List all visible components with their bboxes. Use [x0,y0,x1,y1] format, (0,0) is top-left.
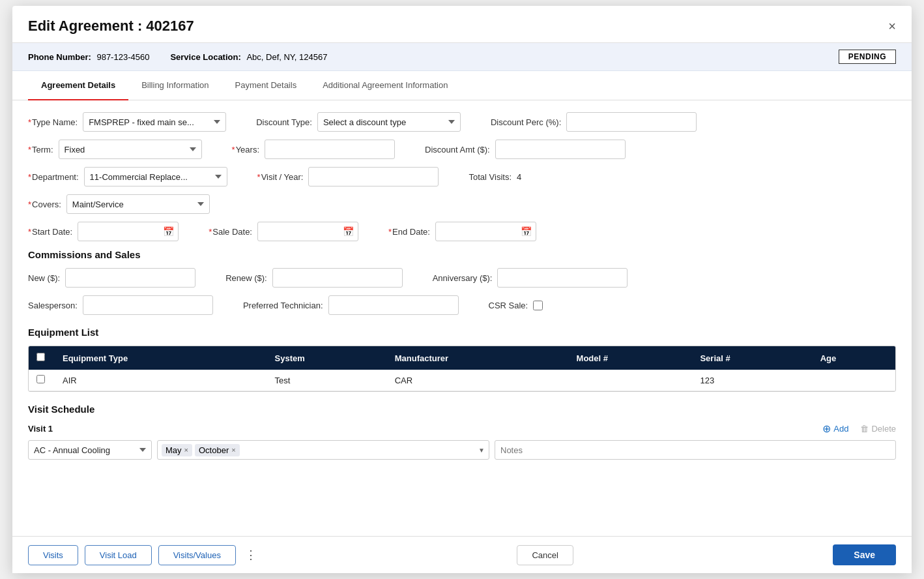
visit-schedule-section: Visit Schedule Visit 1 ⊕ Add 🗑 Delete AC… [28,404,896,460]
sale-date-input[interactable]: 12/04/2024 [257,222,358,241]
salesperson-input[interactable] [83,295,213,315]
renew-group: Renew ($): 0.000 [225,268,403,288]
csr-sale-checkbox[interactable] [533,301,543,310]
visit-type-select[interactable]: AC - Annual Cooling [28,440,152,460]
equipment-list-section: Equipment List Equipment Type System Man… [28,327,896,392]
covers-group: *Covers: Maint/Service [28,194,210,214]
end-date-input[interactable]: 12/03/2026 [435,222,536,241]
renew-input[interactable]: 0.000 [272,268,403,288]
form-row-5: *Start Date: 12/04/2024 📅 *Sale Date: 12… [28,222,896,241]
months-dropdown-icon: ▼ [478,447,485,454]
end-date-wrap: 12/03/2026 📅 [435,222,536,241]
row-age [813,370,895,391]
col-model: Model # [569,346,693,370]
total-visits-group: Total Visits: 4 [469,172,543,182]
col-serial: Serial # [692,346,812,370]
form-row-2: *Term: Fixed *Years: 2 Discount Amt ($):… [28,140,896,159]
covers-select[interactable]: Maint/Service [66,194,210,214]
col-system: System [267,346,387,370]
equipment-table-body: AIR Test CAR 123 [29,370,895,391]
equipment-table-wrap: Equipment Type System Manufacturer Model… [28,346,896,392]
edit-agreement-modal: Edit Agreement : 402167 × Phone Number: … [12,6,912,573]
notes-input[interactable] [495,440,896,460]
discount-type-group: Discount Type: Select a discount type [256,112,461,132]
row-serial: 123 [692,370,812,391]
delete-visit-link[interactable]: 🗑 Delete [860,424,896,434]
department-group: *Department: 11-Commercial Replace... [28,167,227,186]
new-input[interactable]: 0.000 [65,268,195,288]
preferred-tech-group: Preferred Technician: [243,295,459,315]
term-select[interactable]: Fixed [59,140,202,159]
new-group: New ($): 0.000 [28,268,195,288]
visits-values-button[interactable]: Visits/Values [158,545,236,565]
visits-button[interactable]: Visits [28,545,78,565]
row-model [569,370,693,391]
row-checkbox[interactable] [36,375,45,383]
add-visit-link[interactable]: ⊕ Add [822,423,848,435]
visit-schedule-title: Visit Schedule [28,404,896,415]
row-manufacturer: CAR [387,370,569,391]
term-group: *Term: Fixed [28,140,202,159]
equipment-table: Equipment Type System Manufacturer Model… [29,346,895,391]
visit-label: Visit 1 [28,424,59,434]
discount-amt-input[interactable]: 0.000 [495,140,626,159]
csr-sale-group: CSR Sale: [489,301,543,310]
more-options-button[interactable]: ⋮ [245,548,257,562]
sale-date-group: *Sale Date: 12/04/2024 📅 [209,222,358,241]
salesperson-group: Salesperson: [28,295,213,315]
visit-header-row: Visit 1 ⊕ Add 🗑 Delete [28,423,896,435]
tab-billing-information[interactable]: Billing Information [128,71,222,100]
close-button[interactable]: × [888,19,896,34]
phone-label: Phone Number: 987-123-4560 [28,52,149,62]
col-checkbox[interactable] [29,346,55,370]
modal-title: Edit Agreement : 402167 [28,18,194,35]
type-name-select[interactable]: FMSPREP - fixed main se... [83,112,226,132]
discount-amt-group: Discount Amt ($): 0.000 [425,140,626,159]
remove-october-button[interactable]: × [231,446,235,454]
preferred-tech-input[interactable] [328,295,459,315]
discount-perc-input[interactable]: 0 [566,112,697,132]
discount-perc-group: Discount Perc (%): 0 [491,112,697,132]
save-button[interactable]: Save [833,544,896,565]
col-equipment-type: Equipment Type [55,346,267,370]
remove-may-button[interactable]: × [184,446,188,454]
month-tag-october: October × [195,444,240,456]
discount-type-select[interactable]: Select a discount type [317,112,461,132]
select-all-checkbox[interactable] [36,353,45,361]
tab-agreement-details[interactable]: Agreement Details [28,71,128,100]
form-row-3: *Department: 11-Commercial Replace... *V… [28,167,896,186]
start-date-wrap: 12/04/2024 📅 [78,222,179,241]
row-checkbox-cell[interactable] [29,370,55,391]
visit-load-button[interactable]: Visit Load [85,545,152,565]
start-date-group: *Start Date: 12/04/2024 📅 [28,222,179,241]
commissions-section: Commissions and Sales New ($): 0.000 Ren… [28,249,896,315]
table-row: AIR Test CAR 123 [29,370,895,391]
department-select[interactable]: 11-Commercial Replace... [84,167,227,186]
row-system: Test [267,370,387,391]
commissions-row-2: Salesperson: Preferred Technician: CSR S… [28,295,896,315]
type-name-group: *Type Name: FMSPREP - fixed main se... [28,112,226,132]
equipment-list-title: Equipment List [28,327,896,338]
start-date-input[interactable]: 12/04/2024 [78,222,179,241]
visit-year-input[interactable]: 2 [308,167,439,186]
plus-icon: ⊕ [822,423,831,435]
years-group: *Years: 2 [232,140,395,159]
info-bar: Phone Number: 987-123-4560 Service Locat… [12,43,912,71]
col-manufacturer: Manufacturer [387,346,569,370]
equipment-table-header: Equipment Type System Manufacturer Model… [29,346,895,370]
col-age: Age [813,346,895,370]
tab-payment-details[interactable]: Payment Details [222,71,310,100]
end-date-group: *End Date: 12/03/2026 📅 [388,222,536,241]
tab-additional-agreement-info[interactable]: Additional Agreement Information [310,71,461,100]
row-equipment-type: AIR [55,370,267,391]
trash-icon: 🗑 [860,424,869,434]
anniversary-input[interactable]: 0.000 [497,268,628,288]
location-label: Service Location: Abc, Def, NY, 124567 [170,52,327,62]
visit-controls-row: AC - Annual Cooling May × October × ▼ [28,440,896,460]
years-input[interactable]: 2 [265,140,395,159]
modal-footer: Visits Visit Load Visits/Values ⋮ Cancel… [12,536,912,573]
months-select-wrap[interactable]: May × October × ▼ [157,440,489,460]
cancel-button[interactable]: Cancel [517,545,573,565]
sale-date-wrap: 12/04/2024 📅 [257,222,358,241]
modal-header: Edit Agreement : 402167 × [12,6,912,43]
